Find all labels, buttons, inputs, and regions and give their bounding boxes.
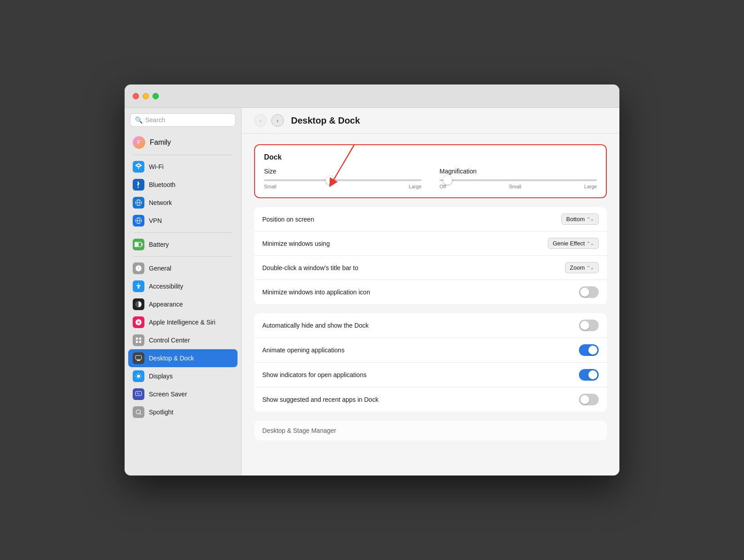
- detail-body: Dock Size: [242, 133, 619, 476]
- user-label: Family: [150, 138, 171, 147]
- size-slider-track-wrap[interactable]: [264, 179, 421, 181]
- setting-doubleclick: Double-click a window's title bar to Zoo…: [254, 256, 607, 280]
- svg-rect-7: [135, 243, 139, 246]
- minimizeinto-toggle[interactable]: [579, 286, 599, 298]
- desktopdock-icon: [133, 352, 144, 364]
- sidebar-item-accessibility[interactable]: Accessibility: [128, 277, 238, 295]
- accessibility-icon: [133, 280, 144, 292]
- displays-icon: [133, 370, 144, 382]
- magnification-label: Magnification: [439, 168, 597, 175]
- sidebar-item-screensaver[interactable]: Screen Saver: [128, 385, 238, 403]
- controlcenter-icon: [133, 334, 144, 346]
- size-thumb-container: [264, 179, 421, 181]
- size-slider-track[interactable]: [264, 179, 421, 181]
- autohide-toggle-knob: [580, 321, 589, 330]
- position-value: Bottom: [566, 216, 585, 222]
- page-title: Desktop & Dock: [291, 116, 360, 126]
- suggestedapps-toggle-knob: [580, 395, 589, 404]
- main-content: 🔍 Search F Family: [125, 108, 619, 476]
- svg-rect-11: [136, 338, 138, 340]
- animate-toggle[interactable]: [579, 344, 599, 356]
- minimize-dropdown[interactable]: Genie Effect ⌃⌄: [548, 238, 599, 249]
- back-button[interactable]: ‹: [254, 114, 267, 127]
- size-slider-labels: Small Large: [264, 184, 421, 189]
- forward-button[interactable]: ›: [271, 114, 284, 127]
- minimize-value: Genie Effect: [553, 240, 585, 247]
- setting-indicators: Show indicators for open applications: [254, 363, 607, 387]
- sidebar-item-bluetooth[interactable]: Bluetooth: [128, 176, 238, 194]
- suggestedapps-toggle[interactable]: [579, 394, 599, 405]
- accessibility-label: Accessibility: [149, 283, 183, 290]
- position-dropdown[interactable]: Bottom ⌃⌄: [561, 213, 599, 225]
- search-bar[interactable]: 🔍 Search: [130, 113, 236, 127]
- setting-suggestedapps: Show suggested and recent apps in Dock: [254, 387, 607, 412]
- detail-pane: ‹ › Desktop & Dock Dock Size: [242, 108, 619, 476]
- sidebar-divider-3: [134, 256, 232, 257]
- setting-minimizeinto: Minimize windows into application icon: [254, 280, 607, 304]
- minimize-dropdown-arrow: ⌃⌄: [587, 241, 594, 246]
- position-dropdown-arrow: ⌃⌄: [587, 217, 594, 222]
- svg-rect-16: [137, 360, 140, 361]
- sidebar-item-appearance[interactable]: Appearance: [128, 295, 238, 313]
- svg-rect-14: [139, 341, 141, 343]
- appearance-icon: [133, 298, 144, 310]
- sidebar-user-item[interactable]: F Family: [128, 133, 238, 152]
- doubleclick-dropdown[interactable]: Zoom ⌃⌄: [565, 262, 599, 273]
- bluetooth-label: Bluetooth: [149, 181, 175, 188]
- vpn-label: VPN: [149, 217, 162, 224]
- dock-section-title: Dock: [264, 153, 597, 161]
- sidebar-item-controlcenter[interactable]: Control Center: [128, 331, 238, 349]
- search-placeholder: Search: [145, 116, 165, 124]
- magnification-slider-track-wrap[interactable]: [439, 179, 597, 181]
- sidebar-item-wifi[interactable]: Wi-Fi: [128, 158, 238, 176]
- size-label: Size: [264, 168, 421, 175]
- size-small-label: Small: [264, 184, 277, 189]
- autohide-toggle[interactable]: [579, 320, 599, 331]
- svg-rect-18: [135, 391, 141, 396]
- siri-label: Apple Intelligence & Siri: [149, 319, 215, 326]
- system-preferences-window: 🔍 Search F Family: [125, 84, 619, 476]
- sidebar-item-displays[interactable]: Displays: [128, 367, 238, 385]
- partial-section-label: Desktop & Stage Manager: [254, 421, 607, 440]
- appearance-label: Appearance: [149, 301, 183, 308]
- setting-minimize: Minimize windows using Genie Effect ⌃⌄: [254, 231, 607, 256]
- setting-animate: Animate opening applications: [254, 338, 607, 363]
- maximize-button[interactable]: [152, 93, 159, 99]
- svg-rect-8: [142, 244, 143, 246]
- sidebar-item-network[interactable]: Network: [128, 194, 238, 212]
- settings-section-dock-toggles: Automatically hide and show the Dock Ani…: [254, 313, 607, 412]
- minimize-button[interactable]: [143, 93, 149, 99]
- magnification-slider-track[interactable]: [439, 179, 597, 181]
- animate-toggle-knob: [588, 346, 597, 355]
- autohide-label: Automatically hide and show the Dock: [262, 322, 369, 329]
- sidebar-item-general[interactable]: General: [128, 259, 238, 277]
- partial-section: Desktop & Stage Manager: [254, 421, 607, 440]
- magnification-slider-labels: Off Small Large: [439, 184, 597, 189]
- general-icon: [133, 262, 144, 274]
- suggestedapps-label: Show suggested and recent apps in Dock: [262, 396, 378, 403]
- battery-icon: [133, 239, 144, 250]
- desktopdock-label: Desktop & Dock: [149, 355, 194, 362]
- minimize-label: Minimize windows using: [262, 240, 330, 247]
- position-label: Position on screen: [262, 216, 314, 223]
- svg-rect-13: [136, 341, 138, 343]
- wifi-icon: [133, 161, 144, 173]
- sidebar-item-vpn[interactable]: VPN: [128, 212, 238, 230]
- sidebar-item-spotlight[interactable]: Spotlight: [128, 403, 238, 421]
- magnification-slider-thumb[interactable]: [443, 176, 452, 185]
- indicators-toggle[interactable]: [579, 369, 599, 381]
- size-slider-thumb[interactable]: [326, 176, 335, 185]
- sidebar-item-siri[interactable]: Apple Intelligence & Siri: [128, 313, 238, 331]
- sidebar-item-desktopdock[interactable]: Desktop & Dock: [128, 349, 238, 367]
- sidebar-item-battery[interactable]: Battery: [128, 236, 238, 253]
- magnification-slider-group: Magnification Off: [439, 168, 597, 189]
- svg-rect-12: [139, 338, 141, 340]
- spotlight-label: Spotlight: [149, 409, 173, 416]
- setting-autohide: Automatically hide and show the Dock: [254, 313, 607, 338]
- animate-label: Animate opening applications: [262, 347, 345, 354]
- close-button[interactable]: [133, 93, 139, 99]
- minimizeinto-toggle-knob: [580, 288, 589, 297]
- controlcenter-label: Control Center: [149, 337, 190, 344]
- general-label: General: [149, 265, 171, 272]
- avatar-initials: F: [137, 139, 140, 146]
